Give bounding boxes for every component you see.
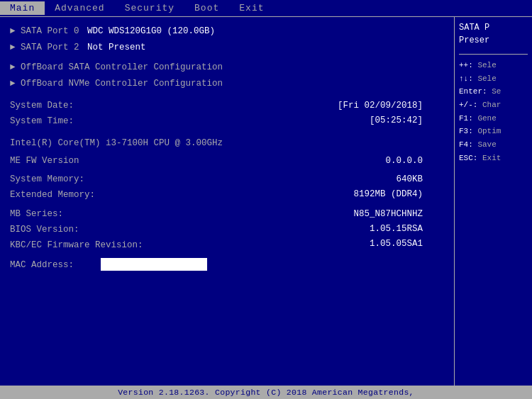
- mac-label: MAC Address:: [10, 258, 95, 273]
- help-select2: ↑↓: Sele: [459, 72, 528, 86]
- memory-section: System Memory: Extended Memory: 640KB 81…: [10, 172, 444, 204]
- kbc-value1: 1.05.15RSA: [370, 222, 423, 237]
- me-fw-value-block: 0.0.0.0: [385, 154, 444, 169]
- menu-item-advanced[interactable]: Advanced: [45, 1, 114, 15]
- right-panel: SATA P Preser ++: Sele ↑↓: Sele Enter: S…: [454, 17, 532, 386]
- menu-item-exit[interactable]: Exit: [229, 1, 274, 15]
- system-date-row[interactable]: System Date:: [10, 99, 338, 113]
- system-time-label: System Time:: [10, 114, 95, 129]
- me-fw-label: ME FW Version: [10, 154, 95, 169]
- system-memory-row: System Memory:: [10, 172, 353, 187]
- sata-port-0-label: ► SATA Port 0: [10, 24, 79, 39]
- main-content: ► SATA Port 0 WDC WDS120G1G0 (120.0GB) ►…: [0, 17, 532, 386]
- help-f3: F3: Optim: [459, 125, 528, 138]
- date-time-values: [Fri 02/09/2018] [05:25:42]: [338, 99, 444, 129]
- extended-memory-row: Extended Memory:: [10, 188, 353, 203]
- system-date-label: System Date:: [10, 99, 95, 113]
- datetime-section: System Date: System Time: [Fri 02/09/201…: [10, 99, 444, 130]
- extended-memory-label: Extended Memory:: [10, 188, 95, 203]
- system-date-value: [Fri 02/09/2018]: [338, 99, 423, 113]
- extended-memory-value: 8192MB (DDR4): [353, 187, 423, 202]
- cpu-info: Intel(R) Core(TM) i3-7100H CPU @ 3.00GHz: [10, 136, 444, 151]
- bios-screen: Main Advanced Security Boot Exit ► SATA …: [0, 0, 532, 399]
- system-memory-value: 640KB: [396, 172, 423, 187]
- mb-series-row: MB Series:: [10, 207, 353, 222]
- menu-item-security[interactable]: Security: [115, 1, 184, 15]
- bios-version-row: BIOS Version:: [10, 223, 353, 237]
- help-plusminus: +/-: Char: [459, 99, 528, 112]
- memory-values: 640KB 8192MB (DDR4): [353, 172, 444, 203]
- bios-version-value: N85_N87HCHNHZ: [353, 207, 423, 222]
- sata-port-0-row[interactable]: ► SATA Port 0 WDC WDS120G1G0 (120.0GB): [10, 24, 444, 39]
- mac-value-box: [101, 258, 207, 271]
- mb-series-label: MB Series:: [10, 207, 95, 222]
- sata-port-2-label: ► SATA Port 2: [10, 40, 79, 55]
- right-panel-title: SATA P Preser: [459, 21, 528, 47]
- sata-port-2-row[interactable]: ► SATA Port 2 Not Present: [10, 40, 444, 55]
- help-esc: ESC: Exit: [459, 152, 528, 165]
- help-f4: F4: Save: [459, 138, 528, 152]
- menu-bar: Main Advanced Security Boot Exit: [0, 0, 532, 17]
- left-panel: ► SATA Port 0 WDC WDS120G1G0 (120.0GB) ►…: [0, 17, 454, 386]
- kbc-label: KBC/EC Firmware Revision:: [10, 238, 143, 253]
- me-fw-value: 0.0.0.0: [385, 154, 423, 169]
- offboard-nvme-row[interactable]: ► OffBoard NVMe Controller Configuration: [10, 77, 444, 91]
- footer-text: Version 2.18.1263. Copyright (C) 2018 Am…: [118, 388, 414, 397]
- kbc-value2: 1.05.05SA1: [370, 237, 423, 252]
- system-time-value: [05:25:42]: [370, 113, 423, 128]
- help-enter: Enter: Se: [459, 85, 528, 99]
- system-time-row[interactable]: System Time:: [10, 114, 338, 129]
- bios-section: MB Series: BIOS Version: KBC/EC Firmware…: [10, 207, 444, 254]
- system-memory-label: System Memory:: [10, 172, 95, 187]
- bios-values: N85_N87HCHNHZ 1.05.15RSA 1.05.05SA1: [353, 207, 444, 252]
- offboard-sata-row[interactable]: ► OffBoard SATA Controller Configuration: [10, 60, 444, 75]
- sata-port-0-value: WDC WDS120G1G0 (120.0GB): [82, 24, 216, 39]
- menu-item-main[interactable]: Main: [0, 1, 45, 15]
- offboard-nvme-label: ► OffBoard NVMe Controller Configuration: [10, 77, 223, 91]
- help-select1: ++: Sele: [459, 59, 528, 72]
- footer-bar: Version 2.18.1263. Copyright (C) 2018 Am…: [0, 386, 532, 399]
- me-fw-row: ME FW Version: [10, 154, 385, 169]
- sata-port-2-value: Not Present: [82, 40, 146, 55]
- mac-row: MAC Address:: [10, 258, 444, 273]
- me-fw-section: ME FW Version 0.0.0.0: [10, 154, 444, 169]
- offboard-sata-label: ► OffBoard SATA Controller Configuration: [10, 60, 223, 75]
- help-f1: F1: Gene: [459, 112, 528, 125]
- bios-version-label: BIOS Version:: [10, 223, 95, 237]
- right-panel-help: ++: Sele ↑↓: Sele Enter: Se +/-: Char F1…: [459, 59, 528, 165]
- menu-item-boot[interactable]: Boot: [184, 1, 229, 15]
- kbc-row: KBC/EC Firmware Revision:: [10, 238, 353, 253]
- right-divider: [459, 54, 528, 55]
